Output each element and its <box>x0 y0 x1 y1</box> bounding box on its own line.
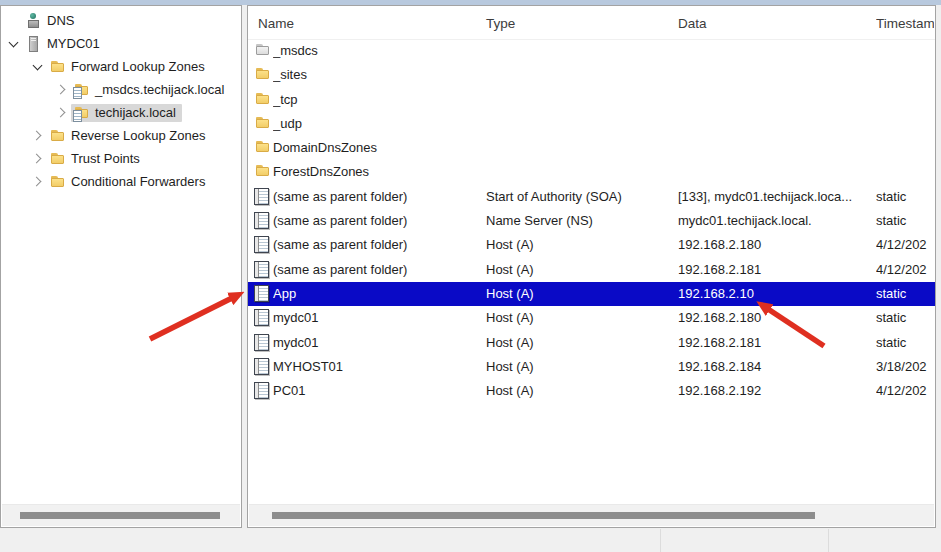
record-icon <box>254 212 269 229</box>
column-header-type[interactable]: Type <box>486 16 515 31</box>
record-icon <box>254 236 269 253</box>
record-name-cell: (same as parent folder) <box>273 262 483 277</box>
tree-item-label: _msdcs.techijack.local <box>95 82 224 97</box>
record-timestamp-cell: 3/18/202 <box>876 359 935 374</box>
tree-item-label: Trust Points <box>71 151 140 166</box>
list-row-mydc01[interactable]: mydc01Host (A)192.168.2.181static <box>248 331 935 355</box>
record-icon <box>254 188 269 205</box>
list-row-same-as-parent-folder[interactable]: (same as parent folder)Host (A)192.168.2… <box>248 233 935 257</box>
tree-item-label: DNS <box>47 13 74 28</box>
chevron-right-icon[interactable] <box>29 128 47 144</box>
list-row-sites[interactable]: _sites <box>248 63 935 87</box>
tree-item-techijack-local[interactable]: techijack.local <box>1 101 241 124</box>
record-icon <box>254 334 269 351</box>
record-type-cell: Host (A) <box>486 237 674 252</box>
folder-icon <box>49 174 67 190</box>
record-type-cell: Host (A) <box>486 262 674 277</box>
tree-item-mydc01[interactable]: MYDC01 <box>1 32 241 55</box>
status-bar-separator <box>828 529 829 552</box>
records-list: _msdcs_sites_tcp_udpDomainDnsZonesForest… <box>248 39 935 403</box>
column-header-data[interactable]: Data <box>678 16 707 31</box>
records-scrollbar-thumb[interactable] <box>272 512 815 519</box>
record-timestamp-cell: 4/12/202 <box>876 237 935 252</box>
chevron-right-icon[interactable] <box>53 105 71 121</box>
record-timestamp-cell: static <box>876 310 935 325</box>
tree-item-dns[interactable]: DNS <box>1 9 241 32</box>
zone-document-overlay <box>73 110 82 122</box>
list-row-msdcs[interactable]: _msdcs <box>248 39 935 63</box>
tree-item-body: MYDC01 <box>23 35 106 53</box>
record-name-cell: PC01 <box>273 383 483 398</box>
record-timestamp-cell: static <box>876 335 935 350</box>
dns-tree: DNSMYDC01Forward Lookup Zones_msdcs.tech… <box>1 9 241 193</box>
record-timestamp-cell: 4/12/202 <box>876 262 935 277</box>
zone-folder-icon <box>73 82 91 98</box>
tree-item-trust-points[interactable]: Trust Points <box>1 147 241 170</box>
record-data-cell: 192.168.2.180 <box>678 237 874 252</box>
tree-item-conditional-forwarders[interactable]: Conditional Forwarders <box>1 170 241 193</box>
list-row-udp[interactable]: _udp <box>248 112 935 136</box>
list-row-app[interactable]: AppHost (A)192.168.2.10static <box>248 282 935 306</box>
record-timestamp-cell: static <box>876 189 935 204</box>
record-data-cell: 192.168.2.10 <box>678 286 874 301</box>
list-row-same-as-parent-folder[interactable]: (same as parent folder)Name Server (NS)m… <box>248 209 935 233</box>
list-row-myhost01[interactable]: MYHOST01Host (A)192.168.2.1843/18/202 <box>248 355 935 379</box>
record-data-cell: 192.168.2.192 <box>678 383 874 398</box>
chevron-right-icon[interactable] <box>29 174 47 190</box>
tree-item-body: Reverse Lookup Zones <box>47 127 211 145</box>
record-name-cell: _sites <box>273 67 483 82</box>
dns-records-panel: Name Type Data Timestamp _msdcs_sites_tc… <box>247 5 936 528</box>
list-row-same-as-parent-folder[interactable]: (same as parent folder)Host (A)192.168.2… <box>248 258 935 282</box>
chevron-down-icon[interactable] <box>5 36 23 52</box>
record-type-cell: Host (A) <box>486 359 674 374</box>
record-type-cell: Host (A) <box>486 286 674 301</box>
tree-item-forward-lookup-zones[interactable]: Forward Lookup Zones <box>1 55 241 78</box>
status-bar <box>0 529 941 552</box>
chevron-right-icon[interactable] <box>29 151 47 167</box>
list-row-mydc01[interactable]: mydc01Host (A)192.168.2.180static <box>248 306 935 330</box>
record-icon <box>254 358 269 375</box>
folder-icon <box>254 91 272 107</box>
records-horizontal-scrollbar[interactable] <box>249 504 934 526</box>
tree-horizontal-scrollbar[interactable] <box>2 504 240 526</box>
tree-item-body: Trust Points <box>47 150 146 168</box>
record-icon <box>254 285 269 302</box>
status-bar-separator <box>660 529 661 552</box>
record-data-cell: [133], mydc01.techijack.loca... <box>678 189 874 204</box>
record-icon <box>254 309 269 326</box>
list-row-same-as-parent-folder[interactable]: (same as parent folder)Start of Authorit… <box>248 185 935 209</box>
column-header-name[interactable]: Name <box>258 16 294 31</box>
tree-item-msdcs-techijack-local[interactable]: _msdcs.techijack.local <box>1 78 241 101</box>
record-data-cell: 192.168.2.184 <box>678 359 874 374</box>
tree-scrollbar-thumb[interactable] <box>20 512 220 519</box>
record-name-cell: mydc01 <box>273 335 483 350</box>
tree-item-label: MYDC01 <box>47 36 100 51</box>
tree-item-reverse-lookup-zones[interactable]: Reverse Lookup Zones <box>1 124 241 147</box>
record-name-cell: (same as parent folder) <box>273 189 483 204</box>
chevron-right-icon[interactable] <box>53 82 71 98</box>
record-data-cell: 192.168.2.181 <box>678 262 874 277</box>
record-icon <box>254 382 269 399</box>
record-timestamp-cell: 4/12/202 <box>876 383 935 398</box>
tree-item-body: DNS <box>23 12 80 30</box>
record-data-cell: mydc01.techijack.local. <box>678 213 874 228</box>
tree-item-label: Reverse Lookup Zones <box>71 128 205 143</box>
list-row-domaindnszones[interactable]: DomainDnsZones <box>248 136 935 160</box>
record-name-cell: App <box>273 286 483 301</box>
folder-icon <box>254 163 272 179</box>
record-type-cell: Host (A) <box>486 310 674 325</box>
tree-item-label: techijack.local <box>95 105 176 120</box>
record-name-cell: mydc01 <box>273 310 483 325</box>
server-icon <box>25 36 43 52</box>
list-row-tcp[interactable]: _tcp <box>248 88 935 112</box>
column-header-timestamp[interactable]: Timestamp <box>876 16 934 31</box>
folder-icon <box>254 66 272 82</box>
list-row-pc01[interactable]: PC01Host (A)192.168.2.1924/12/202 <box>248 379 935 403</box>
list-row-forestdnszones[interactable]: ForestDnsZones <box>248 160 935 184</box>
zone-folder-icon <box>73 105 91 121</box>
record-data-cell: 192.168.2.180 <box>678 310 874 325</box>
folder-icon <box>49 151 67 167</box>
chevron-down-icon[interactable] <box>29 59 47 75</box>
record-type-cell: Name Server (NS) <box>486 213 674 228</box>
folder-icon <box>254 139 272 155</box>
